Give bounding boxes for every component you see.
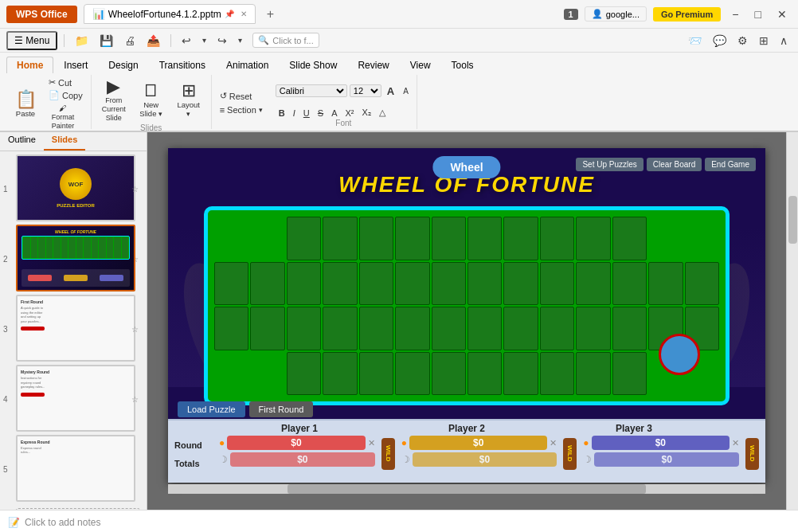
v-scroll-thumb[interactable] — [788, 196, 797, 244]
font-grow-button[interactable]: A — [384, 84, 397, 98]
redo-dropdown[interactable]: ▾ — [234, 34, 246, 46]
font-shrink-button[interactable]: A — [400, 86, 412, 96]
maximize-button[interactable]: □ — [750, 6, 766, 22]
slide-thumb-3[interactable]: 3 ☆ First Round A quick guide tousing th… — [16, 295, 140, 362]
new-slide-button[interactable]: 🗌 New Slide ▾ — [134, 80, 169, 119]
tab-review[interactable]: Review — [347, 57, 399, 73]
layout-button[interactable]: ⊞ Layout ▾ — [171, 80, 206, 119]
settings-button[interactable]: ⚙ — [733, 33, 752, 49]
comment-button[interactable]: 💬 — [709, 33, 730, 49]
thumb-5-text: Express roundrules... — [21, 446, 131, 454]
print-button[interactable]: 🖨 — [120, 33, 139, 49]
user-account-button[interactable]: 👤 google... — [585, 6, 647, 22]
reset-button[interactable]: ↺ Reset — [217, 90, 266, 102]
menu-button[interactable]: ☰ Menu — [6, 31, 57, 50]
font-size-select[interactable]: 12 — [350, 84, 381, 97]
puzzle-board[interactable] — [204, 206, 730, 405]
thumb-4-text: Instructions formystery roundgameplay ru… — [21, 376, 131, 389]
notes-bar[interactable]: 📝 Click to add notes — [0, 510, 798, 532]
slides-tab[interactable]: Slides — [44, 132, 85, 151]
document-tab[interactable]: 📊 WheelofFortune4.1.2.pptm 📌 ✕ — [84, 4, 256, 24]
font-controls: Calibri 12 A A — [276, 76, 412, 105]
cut-button[interactable]: ✂ Cut — [45, 76, 86, 88]
add-tab-button[interactable]: + — [262, 7, 279, 22]
p2-total-input[interactable]: $0 — [413, 452, 557, 467]
paste-icon: 📋 — [15, 91, 37, 108]
text-effects-button[interactable]: △ — [376, 107, 389, 119]
slide-thumb-5[interactable]: 5 Express Round Express roundrules... — [16, 435, 140, 502]
wheel-button[interactable]: Wheel — [432, 156, 500, 178]
more-button[interactable]: ∧ — [776, 33, 792, 49]
reset-section-col: ↺ Reset ≡ Section ▾ — [217, 90, 266, 115]
p1-total-input[interactable]: $0 — [230, 452, 375, 467]
paste-button[interactable]: 📋 Paste — [8, 89, 43, 119]
bold-button[interactable]: B — [276, 107, 288, 119]
wps-office-button[interactable]: WPS Office — [6, 6, 77, 23]
board-cell — [576, 352, 610, 396]
p1-round-clear[interactable]: ✕ — [368, 438, 375, 448]
thumb-3-btn — [21, 327, 45, 331]
outline-tab[interactable]: Outline — [0, 132, 44, 151]
open-button[interactable]: 📁 — [71, 33, 92, 49]
strikethrough-button[interactable]: S — [315, 107, 327, 119]
undo-dropdown[interactable]: ▾ — [198, 34, 210, 46]
p3-round-clear[interactable]: ✕ — [732, 438, 739, 448]
superscript-button[interactable]: X² — [342, 107, 357, 119]
tab-tools[interactable]: Tools — [441, 57, 484, 73]
board-cell — [612, 352, 647, 396]
tab-design[interactable]: Design — [98, 57, 148, 73]
slides-list: 1 ☆ WOF PUZZLE EDITOR 2 ☆ WHEEL OF FORTU… — [0, 151, 147, 510]
p2-round-input[interactable]: $0 — [409, 436, 547, 450]
close-button[interactable]: ✕ — [773, 6, 792, 22]
tab-close-icon[interactable]: ✕ — [241, 10, 247, 18]
p2-round-clear[interactable]: ✕ — [550, 438, 557, 448]
slide-thumb-4[interactable]: 4 ☆ Mystery Round Instructions formyster… — [16, 365, 140, 432]
save-button[interactable]: 💾 — [96, 33, 117, 49]
copy-icon: 📄 — [49, 90, 60, 100]
end-game-button[interactable]: End Game — [705, 158, 756, 171]
slide-thumb-1[interactable]: 1 ☆ WOF PUZZLE EDITOR — [16, 155, 140, 221]
tab-transitions[interactable]: Transitions — [149, 57, 216, 73]
p3-round-input[interactable]: $0 — [592, 436, 730, 450]
tab-insert[interactable]: Insert — [53, 57, 98, 73]
slide-canvas[interactable]: Wheel Set Up Puzzles Clear Board End Gam… — [168, 148, 765, 483]
board-cell — [359, 307, 393, 350]
setup-puzzles-button[interactable]: Set Up Puzzles — [576, 158, 643, 171]
subscript-button[interactable]: X₂ — [358, 107, 374, 119]
share-button[interactable]: 📨 — [684, 33, 706, 49]
p2-round-icon: ● — [401, 437, 407, 448]
minimize-button[interactable]: − — [727, 6, 743, 22]
redo-button[interactable]: ↪ — [213, 33, 231, 49]
tab-animation[interactable]: Animation — [216, 57, 279, 73]
h-scroll-thumb[interactable] — [288, 484, 646, 494]
board-cell — [214, 307, 248, 350]
p1-round-icon: ● — [219, 437, 225, 448]
italic-button[interactable]: I — [290, 107, 299, 119]
tab-home[interactable]: Home — [6, 57, 53, 73]
from-current-slide-button[interactable]: ▶ From Current Slide — [96, 76, 131, 123]
board-cell-hidden — [214, 352, 248, 396]
undo-button[interactable]: ↩ — [178, 33, 195, 49]
tab-slideshow[interactable]: Slide Show — [279, 57, 347, 73]
clear-board-button[interactable]: Clear Board — [647, 158, 702, 171]
load-puzzle-button[interactable]: Load Puzzle — [178, 401, 245, 417]
p2-thumb — [64, 275, 88, 281]
search-box[interactable]: 🔍 Click to f... — [252, 33, 319, 48]
p3-total-input[interactable]: $0 — [594, 452, 739, 467]
font-family-select[interactable]: Calibri — [276, 84, 347, 97]
export-button[interactable]: 📤 — [143, 33, 164, 49]
underline-button[interactable]: U — [300, 107, 313, 119]
copy-button[interactable]: 📄 Copy — [45, 89, 86, 101]
first-round-button[interactable]: First Round — [249, 401, 314, 417]
tab-view[interactable]: View — [400, 57, 441, 73]
font-color-button[interactable]: A — [328, 107, 340, 119]
section-button[interactable]: ≡ Section ▾ — [217, 104, 266, 115]
help-button[interactable]: ⊞ — [755, 33, 773, 49]
go-premium-button[interactable]: Go Premium — [653, 7, 721, 22]
player1-round: ● $0 ✕ — [219, 436, 375, 450]
p1-round-input[interactable]: $0 — [227, 436, 365, 450]
horizontal-scrollbar[interactable] — [168, 484, 765, 494]
slide-thumb-2[interactable]: 2 ☆ WHEEL OF FORTUNE — [16, 225, 140, 291]
format-painter-button[interactable]: 🖌 Format Painter — [45, 102, 80, 132]
add-slide-button[interactable]: + — [16, 508, 140, 510]
